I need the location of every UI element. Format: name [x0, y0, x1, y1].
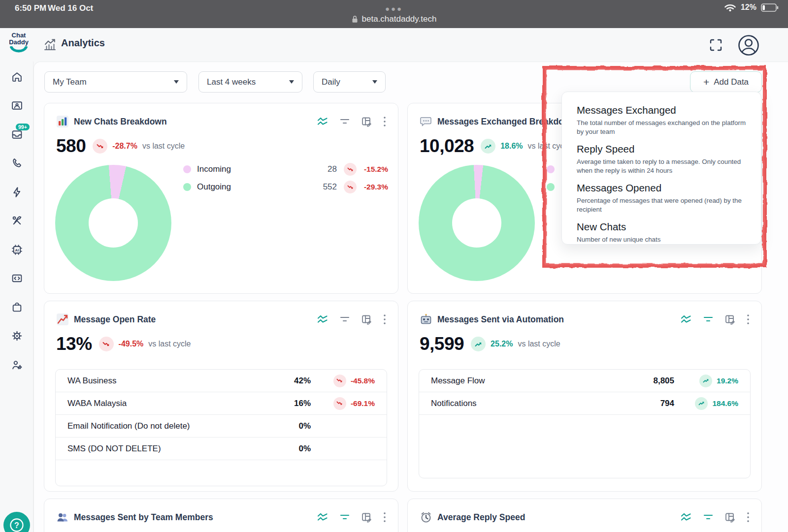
- card-title: Messages Sent by Team Members: [74, 512, 213, 523]
- legend-dot: [183, 165, 191, 173]
- add-data-button[interactable]: + Add Data: [690, 71, 762, 93]
- vs-last-cycle: vs last cycle: [148, 340, 191, 348]
- trend-down-icon: [344, 181, 357, 193]
- metric-delta: -49.5%: [119, 340, 144, 348]
- edit-table-icon[interactable]: [361, 116, 372, 127]
- menu-item-messages-exchanged[interactable]: Messages Exchanged The total number of m…: [577, 104, 747, 136]
- sidebar-item-settings[interactable]: [0, 322, 33, 351]
- table-row: SMS (DO NOT DELETE) 0%: [56, 438, 387, 460]
- edit-table-icon[interactable]: [361, 314, 372, 325]
- filter-icon[interactable]: [703, 315, 714, 324]
- trend-up-icon: [481, 139, 495, 154]
- donut-legend: Incoming 28 -15.2% Outgoing 552 -29.3%: [183, 160, 388, 196]
- shopping-bag-icon: [11, 301, 23, 313]
- card-message-open-rate: Message Open Rate 13% -49.5% vs last cyc…: [44, 301, 398, 492]
- card-messages-sent-by-team-members: Messages Sent by Team Members: [44, 499, 398, 532]
- edit-table-icon[interactable]: [361, 512, 372, 523]
- unread-count-badge: 99+: [16, 124, 30, 130]
- filter-icon[interactable]: [703, 513, 714, 522]
- logo-smile-icon: [9, 46, 28, 53]
- date-range-select[interactable]: Last 4 weeks: [198, 71, 302, 93]
- speech-balloon-icon: [420, 115, 432, 128]
- table-row: WA Business 42% -45.8%: [56, 370, 387, 392]
- chatdaddy-logo[interactable]: Chat Daddy: [7, 32, 31, 55]
- edit-table-icon[interactable]: [724, 314, 736, 325]
- team-select[interactable]: My Team: [44, 71, 187, 93]
- card-new-chats-breakdown: New Chats Breakdown 580 -28.7% vs last c…: [44, 103, 398, 294]
- automation-table: Message Flow 8,805 19.2% Notifications 7…: [419, 369, 751, 478]
- fullscreen-icon[interactable]: [709, 38, 722, 52]
- menu-item-new-chats[interactable]: New Chats Number of new unique chats: [577, 220, 747, 244]
- app-header: Chat Daddy Analytics: [0, 28, 788, 62]
- kebab-menu-icon[interactable]: [383, 116, 386, 127]
- card-title: New Chats Breakdown: [74, 117, 167, 127]
- trend-lines-icon[interactable]: [680, 314, 692, 324]
- metric-value: 580: [56, 136, 86, 156]
- trend-lines-icon[interactable]: [317, 512, 328, 522]
- metric-value: 10,028: [420, 136, 474, 156]
- kebab-menu-icon[interactable]: [747, 314, 750, 325]
- metric-delta: 18.6%: [500, 142, 523, 151]
- sidebar-item-ai[interactable]: AI: [0, 235, 33, 264]
- trend-lines-icon[interactable]: [680, 512, 692, 522]
- screen: 6:50 PM Wed 16 Oct ●●● 12% beta.chatdadd…: [0, 0, 788, 532]
- filter-icon[interactable]: [339, 513, 350, 522]
- metric-value: 13%: [56, 334, 92, 354]
- bar-chart-icon: [56, 115, 69, 128]
- card-title: Messages Exchanged Breakdown: [437, 117, 576, 127]
- svg-text:AI: AI: [15, 248, 19, 252]
- trend-down-icon: [99, 337, 114, 351]
- messages-exchanged-donut-chart: [419, 165, 535, 281]
- sidebar: 99+ AI: [0, 62, 33, 532]
- kebab-menu-icon[interactable]: [747, 512, 750, 523]
- menu-item-reply-speed[interactable]: Reply Speed Average time taken to reply …: [577, 143, 747, 175]
- sidebar-item-home[interactable]: [0, 63, 33, 92]
- metric-delta: -28.7%: [112, 142, 137, 151]
- avatar-icon[interactable]: [738, 34, 759, 56]
- card-title: Average Reply Speed: [437, 512, 525, 523]
- table-row: Email Notification (Do not delete) 0%: [56, 415, 387, 438]
- filter-icon[interactable]: [339, 315, 350, 324]
- home-icon: [11, 71, 23, 83]
- wifi-icon: [724, 3, 736, 12]
- lightning-icon: [11, 186, 23, 198]
- legend-dot: [547, 183, 555, 191]
- trend-lines-icon[interactable]: [317, 314, 328, 324]
- user-settings-icon: [11, 359, 23, 371]
- table-row: Message Flow 8,805 19.2%: [419, 370, 750, 392]
- metric-delta: 25.2%: [491, 340, 513, 348]
- sidebar-item-contacts[interactable]: [0, 92, 33, 121]
- chevron-down-icon: [289, 80, 294, 84]
- kebab-menu-icon[interactable]: [383, 314, 386, 325]
- vs-last-cycle: vs last cycle: [518, 340, 560, 348]
- contacts-icon: [11, 99, 23, 112]
- granularity-select[interactable]: Daily: [313, 71, 386, 93]
- robot-icon: [420, 313, 432, 326]
- menu-item-messages-opened[interactable]: Messages Opened Percentage of messages t…: [577, 182, 747, 214]
- kebab-menu-icon[interactable]: [383, 512, 386, 523]
- edit-table-icon[interactable]: [724, 512, 736, 523]
- new-chats-donut-chart: [55, 165, 171, 281]
- legend-dot: [183, 183, 191, 191]
- url-text: beta.chatdaddy.tech: [362, 14, 437, 24]
- alarm-clock-icon: [420, 511, 432, 524]
- lock-icon: [352, 15, 358, 23]
- sidebar-item-team[interactable]: [0, 350, 33, 379]
- open-rate-table: WA Business 42% -45.8% WABA Malaysia 16%…: [55, 369, 387, 486]
- trend-up-icon: [699, 375, 712, 387]
- trend-up-icon: [695, 397, 708, 410]
- trend-lines-icon[interactable]: [317, 117, 328, 126]
- sidebar-item-store[interactable]: [0, 293, 33, 322]
- sidebar-item-developer[interactable]: [0, 264, 33, 293]
- url-bar[interactable]: beta.chatdaddy.tech: [0, 14, 788, 24]
- sidebar-item-calls[interactable]: [0, 149, 33, 178]
- sidebar-item-automations[interactable]: [0, 178, 33, 207]
- trend-down-icon: [333, 375, 346, 387]
- filter-icon[interactable]: [339, 117, 350, 126]
- add-data-dropdown: Messages Exchanged The total number of m…: [561, 92, 761, 245]
- sidebar-item-chats[interactable]: 99+: [0, 120, 33, 149]
- sidebar-item-tools[interactable]: [0, 207, 33, 236]
- card-messages-sent-via-automation: Messages Sent via Automation 9,599 25.2%…: [407, 301, 762, 492]
- trend-down-icon: [333, 397, 346, 410]
- code-icon: [11, 272, 23, 284]
